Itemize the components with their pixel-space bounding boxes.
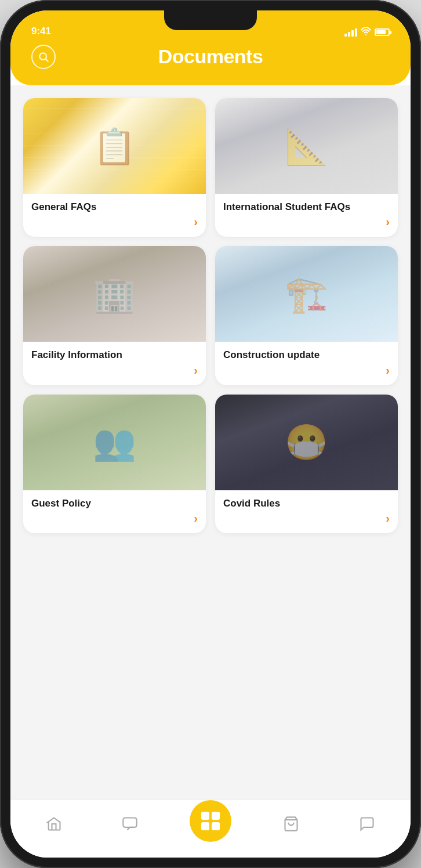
card-image-guest: [23, 395, 206, 490]
status-icons: [344, 27, 390, 37]
card-body-guest: Guest Policy ›: [23, 490, 206, 533]
card-guest-policy[interactable]: Guest Policy ›: [23, 395, 206, 533]
card-image-general-faqs: [23, 98, 206, 194]
card-facility-information[interactable]: Facility Information ›: [23, 246, 206, 385]
document-grid: General FAQs › International Student FAQ…: [23, 98, 398, 533]
phone-frame: 9:41: [0, 0, 421, 868]
card-covid-rules[interactable]: Covid Rules ›: [215, 395, 398, 533]
shop-icon: [283, 816, 299, 832]
page-title: Documents: [158, 45, 263, 68]
header: Documents: [10, 42, 411, 85]
card-label-covid: Covid Rules: [223, 497, 390, 509]
phone-screen: 9:41: [10, 10, 411, 858]
card-arrow-construction: ›: [386, 364, 390, 377]
card-label-international-faqs: International Student FAQs: [223, 201, 390, 213]
card-image-facility: [23, 246, 206, 342]
messages-icon: [359, 816, 375, 832]
chat-icon: [122, 816, 138, 832]
card-label-general-faqs: General FAQs: [31, 201, 198, 213]
card-body-general-faqs: General FAQs ›: [23, 194, 206, 237]
nav-item-documents-active[interactable]: [190, 800, 231, 842]
signal-icon: [344, 28, 357, 37]
card-arrow-general-faqs: ›: [194, 215, 198, 229]
wifi-icon: [361, 27, 371, 37]
card-body-construction: Construction update ›: [215, 342, 398, 385]
content-area: General FAQs › International Student FAQ…: [10, 85, 411, 800]
nav-item-shop[interactable]: [275, 808, 307, 840]
card-international-faqs[interactable]: International Student FAQs ›: [215, 98, 398, 237]
nav-item-home[interactable]: [38, 808, 70, 840]
card-image-covid: [215, 395, 398, 490]
card-label-facility: Facility Information: [31, 349, 198, 361]
card-body-covid: Covid Rules ›: [215, 490, 398, 533]
search-button[interactable]: [31, 45, 56, 69]
grid-icon: [201, 812, 220, 830]
svg-rect-3: [124, 818, 137, 827]
notch: [164, 10, 257, 30]
svg-line-2: [46, 59, 49, 62]
status-time: 9:41: [31, 26, 51, 37]
search-icon: [38, 51, 49, 63]
card-body-facility: Facility Information ›: [23, 342, 206, 385]
card-arrow-international-faqs: ›: [386, 215, 390, 229]
card-general-faqs[interactable]: General FAQs ›: [23, 98, 206, 237]
bottom-nav: [10, 800, 411, 858]
card-arrow-covid: ›: [386, 512, 390, 525]
card-label-guest: Guest Policy: [31, 497, 198, 509]
card-body-international-faqs: International Student FAQs ›: [215, 194, 398, 237]
nav-item-chat[interactable]: [114, 808, 146, 840]
nav-item-messages[interactable]: [351, 808, 383, 840]
svg-point-1: [39, 53, 46, 60]
home-icon: [46, 816, 62, 832]
card-arrow-guest: ›: [194, 512, 198, 525]
card-image-international-faqs: [215, 98, 398, 194]
card-arrow-facility: ›: [194, 364, 198, 377]
svg-point-0: [365, 34, 366, 35]
card-construction-update[interactable]: Construction update ›: [215, 246, 398, 385]
card-label-construction: Construction update: [223, 349, 390, 361]
card-image-construction: [215, 246, 398, 342]
battery-icon: [375, 28, 390, 36]
